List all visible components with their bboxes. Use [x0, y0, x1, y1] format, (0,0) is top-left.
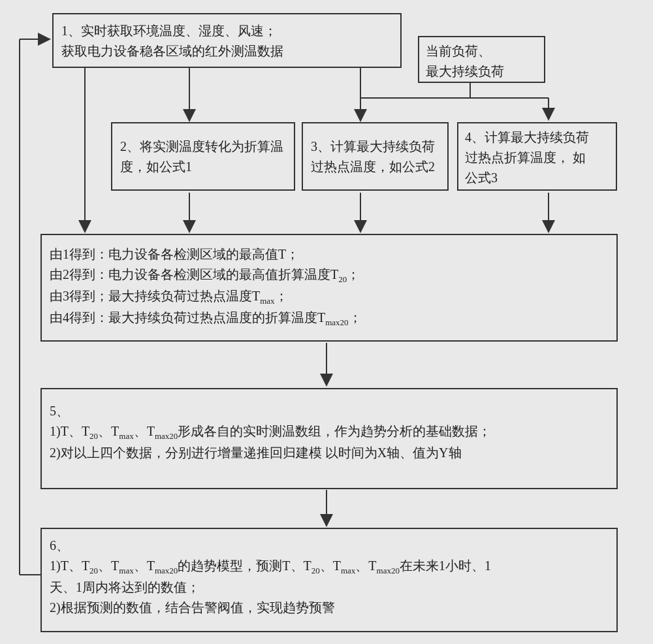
step-3-calc-max-load-temp: 3、计算最大持续负荷 过热点温度，如公式2 — [302, 122, 449, 191]
step-2-convert-temp: 2、将实测温度转化为折算温 度，如公式1 — [111, 122, 295, 191]
text: 2)对以上四个数据，分别进行增量递推回归建模 以时间为X轴、值为Y轴 — [50, 443, 609, 463]
summary-derivations: 由1得到：电力设备各检测区域的最高值T； 由2得到：电力设备各检测区域的最高值折… — [40, 234, 618, 342]
step-4-calc-max-load-converted-temp: 4、计算最大持续负荷 过热点折算温度， 如 公式3 — [457, 122, 617, 191]
text: 由3得到；最大持续负荷过热点温度Tmax； — [50, 286, 609, 308]
text: 由4得到：最大持续负荷过热点温度的折算温度Tmax20； — [50, 308, 609, 329]
text: 当前负荷、 — [426, 41, 537, 61]
text: 1、实时获取环境温度、湿度、风速； — [61, 21, 392, 41]
text: 2、将实测温度转化为折算温 — [120, 137, 286, 157]
step-6-trend-predict-alarm: 6、 1)T、T20、Tmax、Tmax20的趋势模型，预测T、T20、Tmax… — [40, 528, 618, 632]
text: 获取电力设备稳各区域的红外测温数据 — [61, 41, 392, 61]
step-1-acquire-data: 1、实时获取环境温度、湿度、风速； 获取电力设备稳各区域的红外测温数据 — [52, 13, 402, 68]
text: 由2得到：电力设备各检测区域的最高值折算温度T20； — [50, 265, 609, 286]
text: 最大持续负荷 — [426, 61, 537, 82]
step-5-build-arrays-regression: 5、 1)T、T20、Tmax、Tmax20形成各自的实时测温数组，作为趋势分析… — [40, 388, 618, 489]
text: 3、计算最大持续负荷 — [311, 137, 439, 157]
text: 1)T、T20、Tmax、Tmax20形成各自的实时测温数组，作为趋势分析的基础… — [50, 421, 609, 443]
text: 6、 — [50, 536, 609, 556]
text: 4、计算最大持续负荷 — [465, 127, 609, 148]
text: 天、1周内将达到的数值； — [50, 577, 609, 598]
text: 度，如公式1 — [120, 157, 286, 177]
text: 过热点温度，如公式2 — [311, 157, 439, 177]
flowchart-canvas: 1、实时获取环境温度、湿度、风速； 获取电力设备稳各区域的红外测温数据 当前负荷… — [0, 0, 653, 644]
text: 2)根据预测的数值，结合告警阀值，实现趋势预警 — [50, 598, 609, 618]
text: 1)T、T20、Tmax、Tmax20的趋势模型，预测T、T20、Tmax、Tm… — [50, 556, 609, 577]
text: 过热点折算温度， 如 — [465, 148, 609, 168]
text: 5、 — [50, 401, 609, 421]
input-load: 当前负荷、 最大持续负荷 — [418, 36, 545, 83]
text: 公式3 — [465, 168, 609, 188]
text: 由1得到：电力设备各检测区域的最高值T； — [50, 244, 609, 265]
